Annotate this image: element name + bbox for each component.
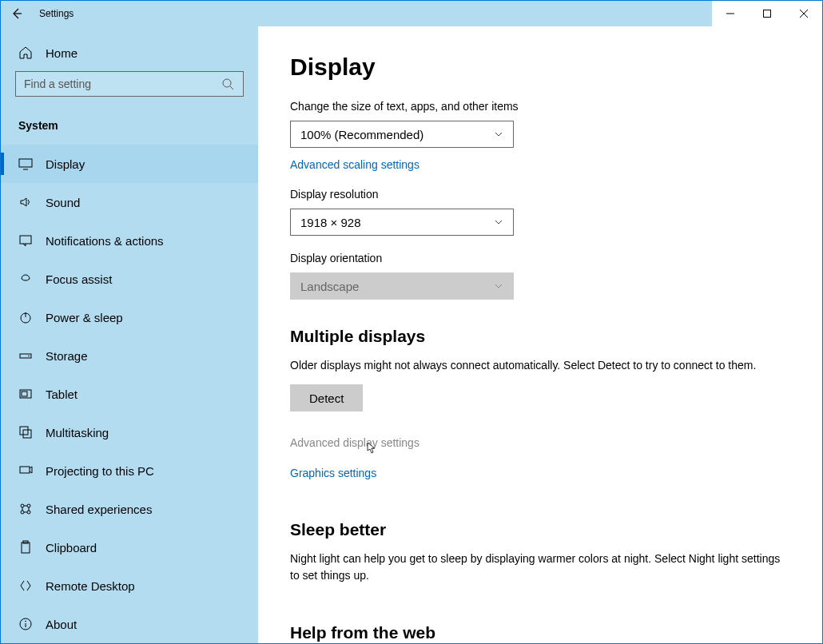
- sidebar: Home System DisplaySoundNotifications & …: [1, 26, 258, 643]
- sidebar-item-shared[interactable]: Shared experiences: [1, 490, 258, 528]
- sidebar-item-label: Remote Desktop: [46, 579, 135, 593]
- sidebar-item-label: Projecting to this PC: [46, 464, 154, 478]
- sidebar-item-multitasking[interactable]: Multitasking: [1, 413, 258, 451]
- sidebar-item-label: Multitasking: [46, 426, 109, 439]
- sidebar-item-focus[interactable]: Focus assist: [1, 260, 258, 298]
- search-icon: [221, 77, 235, 91]
- sidebar-item-project[interactable]: Projecting to this PC: [1, 451, 258, 490]
- sidebar-item-label: Notifications & actions: [46, 234, 164, 248]
- minimize-button[interactable]: [712, 1, 749, 26]
- svg-point-1: [223, 79, 231, 87]
- svg-rect-10: [23, 430, 31, 438]
- sidebar-item-label: Sound: [46, 196, 80, 209]
- back-button[interactable]: [1, 1, 33, 26]
- window-controls: [712, 1, 822, 26]
- svg-point-13: [27, 504, 30, 507]
- sidebar-item-label: Display: [46, 157, 85, 171]
- sidebar-item-about[interactable]: About: [1, 605, 258, 643]
- svg-point-12: [21, 504, 24, 507]
- about-icon: [18, 617, 33, 631]
- shared-icon: [18, 502, 33, 516]
- sidebar-item-clipboard[interactable]: Clipboard: [1, 528, 258, 566]
- sidebar-item-display[interactable]: Display: [1, 145, 258, 183]
- resolution-value: 1918 × 928: [300, 216, 361, 229]
- graphics-settings-link[interactable]: Graphics settings: [290, 467, 376, 479]
- sidebar-item-power[interactable]: Power & sleep: [1, 298, 258, 336]
- scale-dropdown[interactable]: 100% (Recommended): [290, 121, 514, 148]
- sidebar-item-remote[interactable]: Remote Desktop: [1, 566, 258, 605]
- chevron-down-icon: [494, 129, 503, 139]
- tablet-icon: [18, 387, 33, 401]
- multitasking-icon: [18, 425, 33, 439]
- nav-list: DisplaySoundNotifications & actionsFocus…: [1, 145, 258, 643]
- svg-rect-16: [22, 543, 30, 553]
- svg-point-15: [27, 511, 30, 514]
- sidebar-item-label: Storage: [46, 349, 88, 363]
- svg-rect-3: [20, 236, 31, 244]
- search-field[interactable]: [24, 78, 221, 90]
- svg-rect-0: [764, 10, 771, 18]
- notifications-icon: [18, 233, 33, 248]
- svg-rect-11: [20, 467, 30, 473]
- focus-icon: [18, 272, 33, 286]
- sound-icon: [18, 195, 33, 209]
- advanced-scaling-link[interactable]: Advanced scaling settings: [290, 158, 419, 171]
- multiple-displays-heading: Multiple displays: [290, 327, 790, 346]
- sidebar-item-label: Tablet: [46, 388, 78, 401]
- scale-value: 100% (Recommended): [300, 128, 423, 141]
- maximize-button[interactable]: [749, 1, 785, 26]
- orientation-dropdown: Landscape: [290, 272, 514, 300]
- svg-rect-9: [20, 427, 28, 435]
- power-icon: [18, 310, 33, 324]
- sleep-better-heading: Sleep better: [290, 520, 790, 539]
- home-icon: [18, 46, 33, 60]
- detect-button[interactable]: Detect: [290, 384, 363, 411]
- help-heading: Help from the web: [290, 623, 790, 642]
- clipboard-icon: [18, 540, 33, 555]
- home-button[interactable]: Home: [1, 36, 258, 70]
- titlebar: Settings: [1, 1, 822, 26]
- scale-label: Change the size of text, apps, and other…: [290, 100, 790, 113]
- sidebar-item-label: Focus assist: [46, 272, 112, 286]
- sidebar-item-label: Shared experiences: [46, 503, 152, 516]
- content: Display Change the size of text, apps, a…: [258, 26, 822, 643]
- sidebar-item-sound[interactable]: Sound: [1, 183, 258, 221]
- sidebar-item-label: About: [46, 618, 77, 631]
- orientation-label: Display orientation: [290, 252, 790, 264]
- svg-rect-8: [22, 392, 27, 396]
- sidebar-item-label: Clipboard: [46, 541, 97, 555]
- svg-rect-2: [19, 159, 32, 167]
- page-title: Display: [290, 54, 790, 81]
- chevron-down-icon: [494, 281, 503, 291]
- svg-point-19: [25, 621, 26, 622]
- sidebar-item-tablet[interactable]: Tablet: [1, 375, 258, 413]
- display-icon: [18, 157, 33, 171]
- multiple-displays-desc: Older displays might not always connect …: [290, 357, 790, 373]
- chevron-down-icon: [494, 217, 503, 227]
- home-label: Home: [46, 46, 78, 60]
- sidebar-item-label: Power & sleep: [46, 311, 123, 324]
- remote-icon: [18, 578, 33, 593]
- resolution-label: Display resolution: [290, 188, 790, 201]
- close-button[interactable]: [785, 1, 822, 26]
- project-icon: [18, 463, 33, 478]
- search-input[interactable]: [15, 71, 244, 97]
- svg-rect-5: [20, 354, 31, 358]
- svg-point-6: [28, 356, 30, 357]
- sidebar-item-storage[interactable]: Storage: [1, 336, 258, 375]
- sleep-better-desc: Night light can help you get to sleep by…: [290, 551, 790, 583]
- storage-icon: [18, 348, 33, 363]
- advanced-display-link[interactable]: Advanced display settings: [290, 436, 419, 449]
- svg-point-14: [21, 511, 24, 514]
- window-title: Settings: [33, 8, 74, 19]
- category-title: System: [1, 111, 258, 145]
- sidebar-item-notifications[interactable]: Notifications & actions: [1, 221, 258, 260]
- orientation-value: Landscape: [300, 280, 359, 293]
- resolution-dropdown[interactable]: 1918 × 928: [290, 209, 514, 236]
